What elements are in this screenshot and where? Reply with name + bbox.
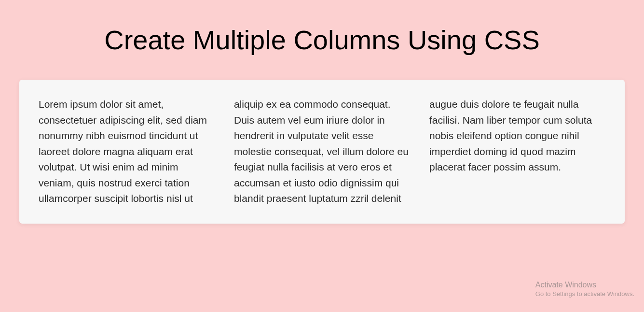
content-box: Lorem ipsum dolor sit amet, consectetuer… — [19, 80, 625, 224]
watermark-subtitle: Go to Settings to activate Windows. — [535, 290, 634, 298]
body-text: Lorem ipsum dolor sit amet, consectetuer… — [39, 97, 605, 207]
page-heading: Create Multiple Columns Using CSS — [19, 24, 625, 56]
windows-activation-watermark: Activate Windows Go to Settings to activ… — [535, 280, 634, 298]
watermark-title: Activate Windows — [535, 280, 634, 290]
